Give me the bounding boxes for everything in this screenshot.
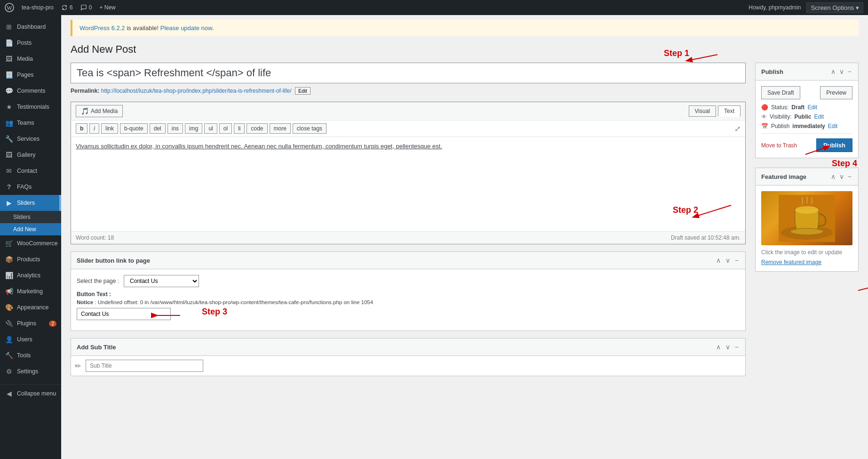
- trash-link[interactable]: Move to Trash: [761, 142, 797, 149]
- woocommerce-icon: 🛒: [5, 239, 13, 248]
- preview-button[interactable]: Preview: [820, 86, 852, 99]
- publish-collapse-up[interactable]: ∧: [830, 67, 836, 76]
- update-count-item[interactable]: 6: [61, 4, 73, 11]
- sub-title-input[interactable]: [86, 360, 203, 372]
- permalink-edit-button[interactable]: Edit: [295, 87, 311, 95]
- sidebar-item-woocommerce[interactable]: 🛒 WooCommerce: [0, 235, 61, 251]
- posts-icon: 📄: [5, 39, 13, 47]
- sidebar-item-label: WooCommerce: [17, 240, 58, 247]
- sidebar-item-contact[interactable]: ✉ Contact: [0, 163, 61, 179]
- format-bquote[interactable]: b-quote: [120, 123, 148, 134]
- sidebar-item-label: Plugins: [17, 320, 36, 327]
- status-edit-link[interactable]: Edit: [807, 104, 817, 111]
- sidebar-item-marketing[interactable]: 📢 Marketing: [0, 283, 61, 299]
- add-media-button[interactable]: 🎵 Add Media: [76, 105, 123, 117]
- tab-visual[interactable]: Visual: [689, 105, 716, 117]
- format-img[interactable]: img: [185, 123, 202, 134]
- publish-box: Publish ∧ ∨ − Save Draft Preview: [755, 63, 859, 158]
- sidebar-item-products[interactable]: 📦 Products: [0, 251, 61, 267]
- format-ul[interactable]: ul: [204, 123, 217, 134]
- save-draft-button[interactable]: Save Draft: [761, 86, 800, 99]
- sidebar-item-label: Appearance: [17, 304, 48, 311]
- format-del[interactable]: del: [150, 123, 166, 134]
- products-icon: 📦: [5, 255, 13, 264]
- update-version-link[interactable]: WordPress 6.2.2: [80, 24, 125, 32]
- sub-title-collapse-up[interactable]: ∧: [715, 342, 722, 352]
- submenu-item-add-new[interactable]: Add New: [0, 223, 61, 235]
- new-content-item[interactable]: + New: [99, 4, 115, 11]
- sidebar-item-dashboard[interactable]: ⊞ Dashboard: [0, 19, 61, 35]
- sub-title-section: Add Sub Title ∧ ∨ − ✏: [71, 338, 746, 376]
- sidebar-item-comments[interactable]: 💬 Comments: [0, 83, 61, 99]
- publish-collapse-down[interactable]: ∨: [838, 67, 845, 76]
- format-more[interactable]: more: [270, 123, 291, 134]
- sidebar-item-label: Products: [17, 256, 40, 263]
- format-italic[interactable]: i: [89, 123, 99, 134]
- format-code[interactable]: code: [247, 123, 267, 134]
- sidebar-item-appearance[interactable]: 🎨 Appearance: [0, 299, 61, 315]
- button-text-input[interactable]: [77, 308, 171, 320]
- comment-count: 0: [89, 4, 92, 11]
- editor-body[interactable]: Vivamus sollicitudin ex dolor, in conval…: [71, 137, 745, 231]
- page-select-dropdown[interactable]: Contact Us Home About: [124, 275, 199, 287]
- plugins-badge: 2: [49, 321, 56, 327]
- comment-count-item[interactable]: 0: [80, 4, 92, 11]
- submenu-item-sliders[interactable]: Sliders: [0, 211, 61, 223]
- status-row: 🔴 Status: Draft Edit: [761, 104, 852, 111]
- sidebar-item-sliders[interactable]: ▶ Sliders: [0, 195, 61, 211]
- sidebar-item-media[interactable]: 🖼 Media: [0, 51, 61, 67]
- sidebar-item-plugins[interactable]: 🔌 Plugins 2: [0, 315, 61, 331]
- featured-image-preview[interactable]: [761, 191, 852, 245]
- sidebar-item-analytics[interactable]: 📊 Analytics: [0, 267, 61, 283]
- sidebar-item-users[interactable]: 👤 Users: [0, 331, 61, 347]
- permalink-url[interactable]: http://localhost/luzuk/tea-shop-pro/inde…: [101, 88, 292, 94]
- feat-img-close[interactable]: −: [847, 172, 852, 181]
- expand-icon[interactable]: ⤢: [734, 124, 741, 133]
- slider-section-close[interactable]: −: [734, 256, 740, 265]
- tab-text[interactable]: Text: [718, 105, 741, 117]
- slider-section-collapse-up[interactable]: ∧: [715, 256, 722, 265]
- sidebar-item-testimonials[interactable]: ★ Testimonials: [0, 99, 61, 115]
- update-now-link[interactable]: Please update now: [160, 24, 212, 32]
- sidebar-item-settings[interactable]: ⚙ Settings: [0, 363, 61, 379]
- format-close-tags[interactable]: close tags: [293, 123, 326, 134]
- wp-logo-item[interactable]: W: [5, 3, 14, 12]
- sidebar-item-label: Gallery: [17, 152, 36, 158]
- feat-img-collapse-down[interactable]: ∨: [838, 172, 845, 181]
- sidebar-item-label: Analytics: [17, 272, 40, 279]
- svg-point-4: [795, 206, 819, 214]
- sidebar-item-tools[interactable]: 🔨 Tools: [0, 347, 61, 363]
- sidebar-item-pages[interactable]: 📃 Pages: [0, 67, 61, 83]
- format-ins[interactable]: ins: [167, 123, 183, 134]
- sidebar-item-teams[interactable]: 👥 Teams: [0, 115, 61, 131]
- format-buttons-bar: b i link b-quote del ins img ul ol li co…: [71, 121, 745, 137]
- sub-title-collapse-down[interactable]: ∨: [725, 342, 731, 352]
- feat-img-collapse-up[interactable]: ∧: [830, 172, 836, 181]
- marketing-icon: 📢: [5, 287, 13, 296]
- site-name-item[interactable]: tea-shop-pro: [22, 4, 54, 11]
- publish-close[interactable]: −: [847, 67, 852, 76]
- sidebar-item-gallery[interactable]: 🖼 Gallery: [0, 147, 61, 163]
- remove-featured-image-link[interactable]: Remove featured image: [761, 259, 821, 266]
- pencil-icon[interactable]: ✏: [75, 362, 81, 370]
- publish-box-title: Publish: [761, 68, 783, 75]
- publish-edit-link[interactable]: Edit: [828, 123, 838, 129]
- slider-section-collapse-down[interactable]: ∨: [725, 256, 731, 265]
- notice-text: Notice : Undefined offset: 0 in /var/www…: [77, 299, 740, 305]
- collapse-menu-item[interactable]: ◀ Collapse menu: [0, 384, 61, 402]
- format-bold[interactable]: b: [76, 123, 88, 134]
- publish-footer: Move to Trash Publish Step 4: [761, 133, 852, 152]
- format-li[interactable]: li: [234, 123, 245, 134]
- main-content: WordPress 6.2.2 is available! Please upd…: [61, 15, 868, 459]
- sidebar-item-label: Testimonials: [17, 104, 49, 110]
- screen-options-button[interactable]: Screen Options ▾: [806, 2, 863, 13]
- dashboard-icon: ⊞: [5, 23, 13, 31]
- sidebar-item-posts[interactable]: 📄 Posts: [0, 35, 61, 51]
- sidebar-item-faqs[interactable]: ? FAQs: [0, 179, 61, 195]
- visibility-edit-link[interactable]: Edit: [814, 113, 824, 120]
- sub-title-close[interactable]: −: [734, 342, 740, 352]
- sidebar-item-services[interactable]: 🔧 Services: [0, 131, 61, 147]
- format-ol[interactable]: ol: [219, 123, 232, 134]
- post-title-input[interactable]: [71, 63, 746, 83]
- format-link[interactable]: link: [101, 123, 118, 134]
